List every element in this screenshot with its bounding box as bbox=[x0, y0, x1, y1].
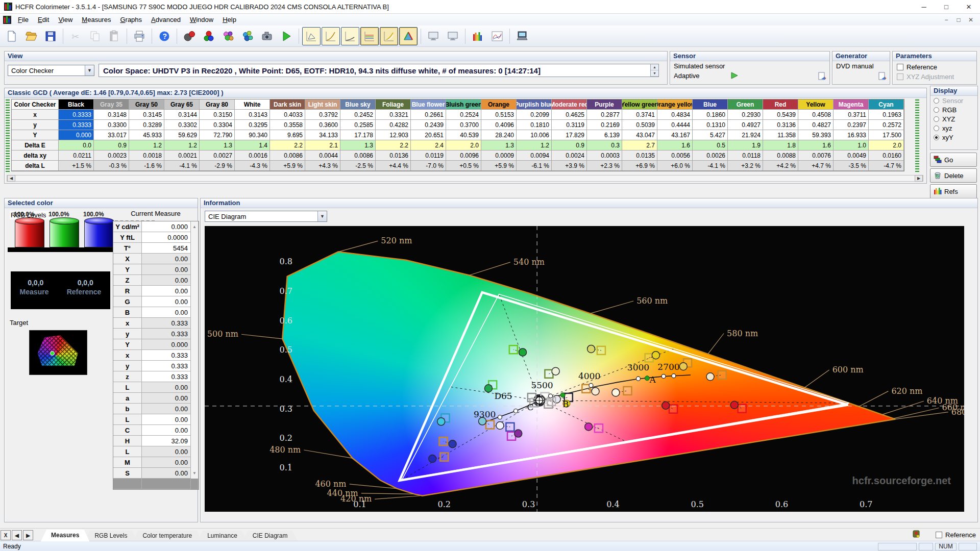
display-option-xyy[interactable]: xyY bbox=[930, 133, 977, 142]
menu-file[interactable]: File bbox=[13, 15, 33, 24]
new-icon[interactable] bbox=[3, 27, 21, 45]
scrollbar-track[interactable] bbox=[191, 457, 199, 468]
table-cell[interactable]: 0.3150 bbox=[200, 110, 235, 120]
radio-icon[interactable] bbox=[934, 116, 939, 122]
column-header-yellow[interactable]: Yellow bbox=[798, 99, 834, 110]
delta-e-cell[interactable]: 0.0 bbox=[59, 140, 94, 151]
information-view-dropdown[interactable]: CIE Diagram ▼ bbox=[205, 211, 327, 222]
table-cell[interactable]: 0.2661 bbox=[411, 110, 446, 120]
cm-row-value[interactable]: 0.00 bbox=[142, 404, 191, 414]
table-cell[interactable]: 0.5439 bbox=[763, 110, 798, 120]
delta-l-cell[interactable]: -2.5 % bbox=[340, 161, 376, 171]
scrollbar-track[interactable] bbox=[191, 361, 199, 371]
cm-row-value[interactable]: 0.00 bbox=[142, 457, 191, 468]
table-cell[interactable]: 0.3119 bbox=[552, 120, 587, 130]
table-cell[interactable]: 0.1310 bbox=[693, 120, 728, 130]
delta-xy-cell[interactable]: 0.0136 bbox=[376, 151, 411, 161]
delete-button[interactable]: ↻Delete bbox=[930, 168, 977, 183]
table-cell[interactable]: 0.4096 bbox=[481, 120, 517, 130]
table-cell[interactable]: 0.3300 bbox=[94, 120, 129, 130]
table-cell[interactable]: 72.790 bbox=[200, 130, 235, 140]
table-cell[interactable]: 0.2397 bbox=[834, 120, 869, 130]
cm-row-value[interactable]: 0.333 bbox=[142, 371, 191, 382]
scrollbar-track[interactable] bbox=[191, 243, 199, 254]
cm-row-value[interactable]: 0.00 bbox=[142, 446, 191, 457]
delta-e-cell[interactable]: 0.9 bbox=[552, 140, 587, 151]
scrollbar-track[interactable] bbox=[191, 436, 199, 446]
table-cell[interactable]: 90.340 bbox=[235, 130, 270, 140]
delta-xy-cell[interactable]: 0.0160 bbox=[869, 151, 904, 161]
monitor-2-icon[interactable] bbox=[444, 27, 462, 45]
delta-l-cell[interactable]: +4.2 % bbox=[763, 161, 798, 171]
scrollbar-track[interactable] bbox=[191, 254, 199, 264]
scrollbar-track[interactable] bbox=[191, 296, 199, 307]
delta-e-cell[interactable]: 0.9 bbox=[94, 140, 129, 151]
table-cell[interactable]: 0.3700 bbox=[446, 120, 481, 130]
table-cell[interactable]: 0.3136 bbox=[763, 120, 798, 130]
delta-xy-cell[interactable]: 0.0027 bbox=[200, 151, 235, 161]
scrollbar-track[interactable] bbox=[191, 393, 199, 404]
delta-e-cell[interactable]: 1.6 bbox=[657, 140, 693, 151]
table-cell[interactable]: 34.133 bbox=[305, 130, 340, 140]
open-icon[interactable] bbox=[22, 27, 40, 45]
chart-luminance-icon[interactable] bbox=[380, 27, 398, 45]
table-cell[interactable]: 0.000 bbox=[59, 130, 94, 140]
table-cell[interactable]: 0.4827 bbox=[798, 120, 834, 130]
menu-graphs[interactable]: Graphs bbox=[115, 15, 146, 24]
delta-e-cell[interactable]: 1.2 bbox=[517, 140, 552, 151]
column-header-black[interactable]: Black bbox=[59, 99, 94, 110]
tab-prev-button[interactable]: ◀ bbox=[12, 530, 22, 540]
table-cell[interactable]: 0.4834 bbox=[657, 110, 693, 120]
mdi-close-button[interactable]: ✕ bbox=[965, 16, 977, 23]
table-cell[interactable]: 0.3792 bbox=[305, 110, 340, 120]
delta-l-cell[interactable]: +3.2 % bbox=[728, 161, 763, 171]
menu-view[interactable]: View bbox=[54, 15, 77, 24]
delta-xy-cell[interactable]: 0.0056 bbox=[657, 151, 693, 161]
scrollbar-track[interactable] bbox=[191, 339, 199, 350]
scroll-up-icon[interactable]: ▲ bbox=[191, 221, 199, 232]
table-cell[interactable]: 0.1810 bbox=[517, 120, 552, 130]
cm-row-value[interactable]: 0.333 bbox=[142, 361, 191, 371]
chart-cie-icon[interactable] bbox=[399, 27, 418, 45]
delta-l-cell[interactable]: -4.3 % bbox=[235, 161, 270, 171]
save-icon[interactable] bbox=[41, 27, 60, 45]
delta-l-cell[interactable]: +2.3 % bbox=[587, 161, 622, 171]
delta-l-cell[interactable]: +4.3 % bbox=[305, 161, 340, 171]
cm-row-value[interactable]: 0.00 bbox=[142, 382, 191, 393]
table-cell[interactable]: 11.358 bbox=[763, 130, 798, 140]
delta-e-cell[interactable]: 2.0 bbox=[446, 140, 481, 151]
delta-l-cell[interactable]: -7.0 % bbox=[411, 161, 446, 171]
delta-e-cell[interactable]: 1.3 bbox=[481, 140, 517, 151]
table-cell[interactable]: 0.3600 bbox=[305, 120, 340, 130]
table-cell[interactable]: 0.2169 bbox=[587, 120, 622, 130]
table-cell[interactable]: 0.2930 bbox=[728, 110, 763, 120]
table-cell[interactable]: 0.2877 bbox=[587, 110, 622, 120]
table-cell[interactable]: 0.3333 bbox=[59, 120, 94, 130]
tab-luminance[interactable]: Luminance bbox=[197, 531, 248, 541]
table-cell[interactable]: 43.167 bbox=[657, 130, 693, 140]
table-cell[interactable]: 0.3321 bbox=[376, 110, 411, 120]
monitor-1-icon[interactable] bbox=[424, 27, 443, 45]
scroll-right-icon[interactable]: ▶ bbox=[915, 175, 923, 182]
cm-row-value[interactable]: 0.00 bbox=[142, 414, 191, 425]
column-header-blue-flower[interactable]: Blue flower bbox=[411, 99, 446, 110]
column-header-purplish-blue[interactable]: Purplish blue bbox=[517, 99, 552, 110]
table-cell[interactable]: 0.5153 bbox=[481, 110, 517, 120]
table-cell[interactable]: 6.139 bbox=[587, 130, 622, 140]
scrollbar-track[interactable] bbox=[191, 414, 199, 425]
display-config-icon[interactable] bbox=[513, 27, 531, 45]
scrollbar-track[interactable] bbox=[191, 307, 199, 318]
delta-xy-cell[interactable]: 0.0021 bbox=[164, 151, 200, 161]
close-button[interactable]: ✕ bbox=[958, 0, 980, 13]
column-header-green[interactable]: Green bbox=[728, 99, 763, 110]
cm-row-value[interactable]: 32.09 bbox=[142, 436, 191, 446]
scrollbar-track[interactable] bbox=[191, 371, 199, 382]
delta-e-cell[interactable]: 1.2 bbox=[164, 140, 200, 151]
radio-icon[interactable] bbox=[934, 135, 939, 140]
delta-l-cell[interactable]: +5.9 % bbox=[270, 161, 305, 171]
horizontal-scrollbar[interactable]: ◀ ▶ bbox=[7, 175, 923, 182]
column-header-blue-sky[interactable]: Blue sky bbox=[340, 99, 376, 110]
table-cell[interactable]: 59.393 bbox=[798, 130, 834, 140]
delta-xy-cell[interactable]: 0.0118 bbox=[728, 151, 763, 161]
delta-l-cell[interactable]: -3.5 % bbox=[834, 161, 869, 171]
